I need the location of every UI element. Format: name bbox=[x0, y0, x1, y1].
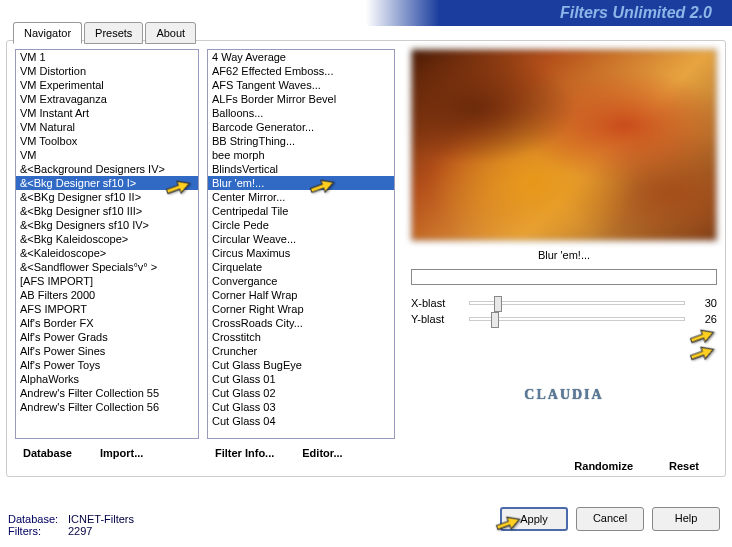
list-item[interactable]: Cut Glass BugEye bbox=[208, 358, 394, 372]
list-item[interactable]: VM Extravaganza bbox=[16, 92, 198, 106]
editor-button[interactable]: Editor... bbox=[302, 447, 342, 459]
list-item[interactable]: Cirquelate bbox=[208, 260, 394, 274]
list-item[interactable]: AF62 Effected Emboss... bbox=[208, 64, 394, 78]
list-item[interactable]: Corner Right Wrap bbox=[208, 302, 394, 316]
list-item[interactable]: Blur 'em!... bbox=[208, 176, 394, 190]
preview-image bbox=[411, 49, 717, 241]
list-item[interactable]: VM Distortion bbox=[16, 64, 198, 78]
list-item[interactable]: 4 Way Average bbox=[208, 50, 394, 64]
list-item[interactable]: VM Instant Art bbox=[16, 106, 198, 120]
list-item[interactable]: Circus Maximus bbox=[208, 246, 394, 260]
list-item[interactable]: Andrew's Filter Collection 56 bbox=[16, 400, 198, 414]
list-item[interactable]: &<Bkg Kaleidoscope> bbox=[16, 232, 198, 246]
list-item[interactable]: Cut Glass 02 bbox=[208, 386, 394, 400]
slider-row: Y-blast26 bbox=[411, 313, 717, 325]
list-item[interactable]: Circle Pede bbox=[208, 218, 394, 232]
list-item[interactable]: Alf's Border FX bbox=[16, 316, 198, 330]
tab-navigator[interactable]: Navigator bbox=[13, 22, 82, 44]
slider-label: Y-blast bbox=[411, 313, 461, 325]
slider-value: 30 bbox=[693, 297, 717, 309]
slider-label: X-blast bbox=[411, 297, 461, 309]
slider-thumb[interactable] bbox=[491, 312, 499, 328]
list-item[interactable]: Alf's Power Grads bbox=[16, 330, 198, 344]
claudia-logo: CLAUDIA bbox=[524, 387, 603, 403]
list-item[interactable]: ALFs Border Mirror Bevel bbox=[208, 92, 394, 106]
reset-button[interactable]: Reset bbox=[669, 460, 699, 472]
list-item[interactable]: BB StringThing... bbox=[208, 134, 394, 148]
list-item[interactable]: AB Filters 2000 bbox=[16, 288, 198, 302]
list-item[interactable]: BlindsVertical bbox=[208, 162, 394, 176]
filter-info-button[interactable]: Filter Info... bbox=[215, 447, 274, 459]
tab-about[interactable]: About bbox=[145, 22, 196, 44]
database-button[interactable]: Database bbox=[23, 447, 72, 459]
list-item[interactable]: Cut Glass 03 bbox=[208, 400, 394, 414]
list-item[interactable]: VM bbox=[16, 148, 198, 162]
list-item[interactable]: Circular Weave... bbox=[208, 232, 394, 246]
list-item[interactable]: Alf's Power Toys bbox=[16, 358, 198, 372]
list-item[interactable]: Corner Half Wrap bbox=[208, 288, 394, 302]
app-title: Filters Unlimited 2.0 bbox=[560, 4, 712, 22]
list-item[interactable]: VM Natural bbox=[16, 120, 198, 134]
list-item[interactable]: Cruncher bbox=[208, 344, 394, 358]
list-item[interactable]: &<Kaleidoscope> bbox=[16, 246, 198, 260]
slider-row: X-blast30 bbox=[411, 297, 717, 309]
info-block: Database:ICNET-Filters Filters:2297 bbox=[8, 513, 134, 541]
list-item[interactable]: Cut Glass 01 bbox=[208, 372, 394, 386]
list-item[interactable]: &<Bkg Designers sf10 IV> bbox=[16, 218, 198, 232]
list-item[interactable]: Barcode Generator... bbox=[208, 120, 394, 134]
import-button[interactable]: Import... bbox=[100, 447, 143, 459]
list-item[interactable]: VM Experimental bbox=[16, 78, 198, 92]
list-item[interactable]: Andrew's Filter Collection 55 bbox=[16, 386, 198, 400]
slider-track[interactable] bbox=[469, 317, 685, 321]
progress-bar bbox=[411, 269, 717, 285]
list-item[interactable]: AFS Tangent Waves... bbox=[208, 78, 394, 92]
help-button[interactable]: Help bbox=[652, 507, 720, 531]
list-item[interactable]: &<BKg Designer sf10 II> bbox=[16, 190, 198, 204]
list-item[interactable]: VM 1 bbox=[16, 50, 198, 64]
main-panel: VM 1VM DistortionVM ExperimentalVM Extra… bbox=[6, 40, 726, 477]
cancel-button[interactable]: Cancel bbox=[576, 507, 644, 531]
slider-track[interactable] bbox=[469, 301, 685, 305]
category-list[interactable]: VM 1VM DistortionVM ExperimentalVM Extra… bbox=[15, 49, 199, 439]
list-item[interactable]: &<Background Designers IV> bbox=[16, 162, 198, 176]
list-item[interactable]: Cut Glass 04 bbox=[208, 414, 394, 428]
list-item[interactable]: &<Sandflower Specials°v° > bbox=[16, 260, 198, 274]
list-item[interactable]: Centripedal Tile bbox=[208, 204, 394, 218]
tab-bar: Navigator Presets About bbox=[13, 22, 198, 44]
randomize-button[interactable]: Randomize bbox=[574, 460, 633, 472]
tab-presets[interactable]: Presets bbox=[84, 22, 143, 44]
list-item[interactable]: CrossRoads City... bbox=[208, 316, 394, 330]
list-item[interactable]: AlphaWorks bbox=[16, 372, 198, 386]
list-item[interactable]: &<Bkg Designer sf10 I> bbox=[16, 176, 198, 190]
apply-button[interactable]: Apply bbox=[500, 507, 568, 531]
list-item[interactable]: Alf's Power Sines bbox=[16, 344, 198, 358]
filter-list[interactable]: 4 Way AverageAF62 Effected Emboss...AFS … bbox=[207, 49, 395, 439]
bottom-bar: Database:ICNET-Filters Filters:2297 Appl… bbox=[8, 485, 724, 541]
list-item[interactable]: [AFS IMPORT] bbox=[16, 274, 198, 288]
list-item[interactable]: Center Mirror... bbox=[208, 190, 394, 204]
list-item[interactable]: bee morph bbox=[208, 148, 394, 162]
current-filter-label: Blur 'em!... bbox=[411, 241, 717, 269]
list-item[interactable]: VM Toolbox bbox=[16, 134, 198, 148]
list-item[interactable]: &<Bkg Designer sf10 III> bbox=[16, 204, 198, 218]
list-item[interactable]: Balloons... bbox=[208, 106, 394, 120]
list-item[interactable]: Convergance bbox=[208, 274, 394, 288]
list-item[interactable]: AFS IMPORT bbox=[16, 302, 198, 316]
list-item[interactable]: Crosstitch bbox=[208, 330, 394, 344]
slider-thumb[interactable] bbox=[494, 296, 502, 312]
slider-value: 26 bbox=[693, 313, 717, 325]
